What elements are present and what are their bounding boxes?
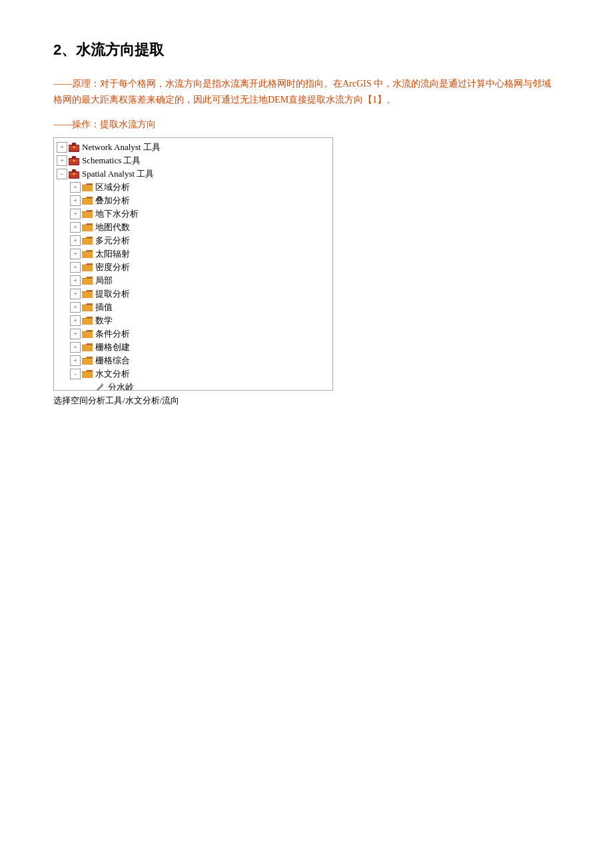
- svg-rect-20: [82, 212, 93, 213]
- expander-groundwater[interactable]: +: [70, 209, 81, 219]
- tree-label-conditional: 条件分析: [95, 328, 130, 340]
- expander-local[interactable]: +: [70, 275, 81, 286]
- tree-label-mapcode: 地图代数: [95, 221, 130, 233]
- tree-label-hydro: 水文分析: [95, 368, 130, 380]
- tree-label-extract: 提取分析: [95, 288, 130, 300]
- tree-item-overlay[interactable]: + 叠加分析: [54, 194, 332, 207]
- operation-text: 提取水流方向: [100, 119, 156, 129]
- tree-item-raster_create[interactable]: + 栅格创建: [54, 341, 332, 354]
- tree-item-conditional[interactable]: + 条件分析: [54, 327, 332, 341]
- expander-network[interactable]: +: [57, 142, 67, 153]
- svg-rect-2: [72, 143, 76, 145]
- tree-label-watershed: 分水岭: [108, 381, 134, 390]
- tree-item-extract[interactable]: + 提取分析: [54, 287, 332, 301]
- tree-item-hydro[interactable]: - 水文分析: [54, 367, 332, 381]
- folder-icon: [81, 342, 93, 353]
- tree-item-local[interactable]: + 局部: [54, 274, 332, 287]
- expander-solar[interactable]: +: [70, 249, 81, 259]
- expander-math[interactable]: +: [70, 315, 81, 326]
- expander-interp[interactable]: +: [70, 302, 81, 313]
- tree-label-network: Network Analyst 工具: [82, 141, 161, 153]
- tree-item-solar[interactable]: + 太阳辐射: [54, 247, 332, 261]
- svg-rect-44: [82, 372, 93, 373]
- tree-label-overlay: 叠加分析: [95, 195, 130, 207]
- toolbox-icon: [68, 142, 80, 153]
- tree-label-density: 密度分析: [95, 261, 130, 273]
- folder-icon: [81, 222, 93, 233]
- tree-item-density[interactable]: + 密度分析: [54, 261, 332, 274]
- folder-icon: [81, 209, 93, 219]
- tree-item-spatial[interactable]: - Spatial Analyst 工具: [54, 167, 332, 181]
- section-title: 2、水流方向提取: [53, 40, 560, 60]
- toolbox-icon: [68, 155, 80, 166]
- tree-item-raster_general[interactable]: + 栅格综合: [54, 354, 332, 367]
- svg-point-14: [73, 173, 75, 175]
- tree-label-raster_general: 栅格综合: [95, 355, 130, 367]
- folder-icon: [81, 369, 93, 379]
- operation-block: ——操作：提取水流方向: [53, 119, 560, 131]
- folder-icon: [81, 355, 93, 366]
- folder-icon: [81, 329, 93, 339]
- svg-rect-38: [82, 332, 93, 333]
- principle-label: ——原理：: [53, 79, 100, 89]
- tree-item-groundwater[interactable]: + 地下水分析: [54, 207, 332, 221]
- svg-rect-42: [82, 359, 93, 360]
- tree-label-interp: 插值: [95, 301, 113, 313]
- expander-overlay[interactable]: +: [70, 195, 81, 206]
- tree-item-zone[interactable]: + 区域分析: [54, 181, 332, 194]
- tree-item-math[interactable]: + 数学: [54, 314, 332, 327]
- svg-rect-12: [72, 169, 76, 172]
- expander-conditional[interactable]: +: [70, 329, 81, 339]
- operation-label: ——操作：: [53, 119, 100, 129]
- expander-raster_general[interactable]: +: [70, 355, 81, 366]
- svg-rect-30: [82, 279, 93, 280]
- tree-item-interp[interactable]: + 插值: [54, 301, 332, 314]
- expander-multi[interactable]: +: [70, 235, 81, 246]
- tree-label-zone: 区域分析: [95, 181, 130, 193]
- tree-label-solar: 太阳辐射: [95, 248, 130, 260]
- tree-item-network[interactable]: + Network Analyst 工具: [54, 141, 332, 154]
- expander-spatial[interactable]: -: [57, 169, 67, 179]
- expander-schematics[interactable]: +: [57, 155, 67, 166]
- tree-item-schematics[interactable]: + Schematics 工具: [54, 154, 332, 167]
- tree-item-mapcode[interactable]: + 地图代数: [54, 221, 332, 234]
- expander-raster_create[interactable]: +: [70, 342, 81, 353]
- tree-container: + Network Analyst 工具+ Schematics 工具- Spa…: [53, 137, 333, 391]
- tree-item-multi[interactable]: + 多元分析: [54, 234, 332, 247]
- svg-rect-16: [82, 185, 93, 187]
- expander-extract[interactable]: +: [70, 289, 81, 299]
- tree-label-raster_create: 栅格创建: [95, 341, 130, 353]
- svg-rect-32: [82, 292, 93, 293]
- svg-rect-7: [72, 156, 76, 159]
- tree-label-math: 数学: [95, 315, 113, 327]
- folder-icon: [81, 235, 93, 246]
- folder-icon: [81, 289, 93, 299]
- folder-icon: [81, 262, 93, 273]
- svg-rect-22: [82, 225, 93, 227]
- tree-item-watershed[interactable]: 分水岭: [54, 381, 332, 390]
- svg-point-4: [73, 146, 75, 148]
- svg-rect-24: [82, 239, 93, 240]
- principle-block: ——原理：对于每个格网，水流方向是指水流离开此格网时的指向。在ArcGIS 中，…: [53, 76, 560, 108]
- svg-rect-26: [82, 252, 93, 253]
- tree-label-multi: 多元分析: [95, 235, 130, 247]
- tree-label-local: 局部: [95, 275, 113, 287]
- caption-text: 选择空间分析工具/水文分析/流向: [53, 395, 560, 407]
- expander-density[interactable]: +: [70, 262, 81, 273]
- tree-label-groundwater: 地下水分析: [95, 208, 139, 220]
- tree-scroll-area[interactable]: + Network Analyst 工具+ Schematics 工具- Spa…: [54, 138, 332, 390]
- folder-icon: [81, 275, 93, 286]
- folder-icon: [81, 302, 93, 313]
- expander-hydro[interactable]: -: [70, 369, 81, 379]
- svg-point-9: [73, 159, 75, 161]
- svg-rect-18: [82, 199, 93, 200]
- folder-icon: [81, 195, 93, 206]
- svg-rect-36: [82, 319, 93, 320]
- svg-rect-40: [82, 345, 93, 347]
- tree-label-schematics: Schematics 工具: [82, 155, 141, 167]
- folder-icon: [81, 249, 93, 259]
- expander-zone[interactable]: +: [70, 182, 81, 193]
- svg-rect-28: [82, 265, 93, 267]
- folder-icon: [81, 182, 93, 193]
- expander-mapcode[interactable]: +: [70, 222, 81, 233]
